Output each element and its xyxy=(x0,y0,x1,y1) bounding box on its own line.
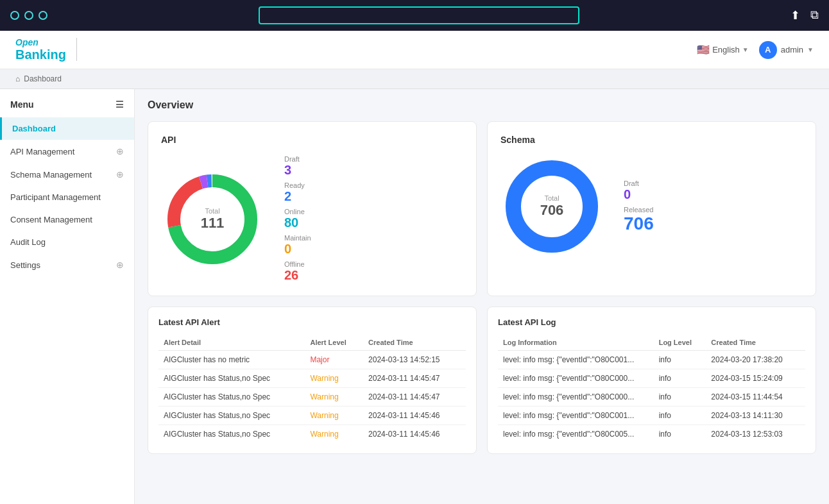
table-row: level: info msg: {"eventId":"O80C005... … xyxy=(498,425,805,444)
sidebar-item-audit-log[interactable]: Audit Log xyxy=(0,231,134,253)
table-row: level: info msg: {"eventId":"O80C001... … xyxy=(498,407,805,425)
sidebar-item-label: Consent Management xyxy=(10,215,92,224)
log-table: Log Information Log Level Created Time l… xyxy=(498,335,805,443)
log-info-cell: level: info msg: {"eventId":"O80C000... xyxy=(498,388,654,407)
sidebar-item-label: Audit Log xyxy=(10,237,46,247)
latest-api-log-title: Latest API Log xyxy=(498,317,805,327)
dot-3 xyxy=(38,11,47,20)
alert-time-cell: 2024-03-11 14:45:47 xyxy=(363,369,466,388)
copy-icon[interactable]: ⧉ xyxy=(810,8,819,22)
schema-donut-label: Total 706 xyxy=(540,194,564,219)
alert-level-cell: Warning xyxy=(305,407,363,425)
schema-donut-chart: Total 706 xyxy=(500,155,603,258)
flag-icon: 🇺🇸 xyxy=(697,44,710,56)
schema-card: Schema Total 706 Draft xyxy=(487,121,816,296)
schema-card-title: Schema xyxy=(500,135,803,145)
stat-draft: Draft 3 xyxy=(284,155,311,178)
logo: Open Banking xyxy=(15,38,87,62)
latest-api-alert-card: Latest API Alert Alert Detail Alert Leve… xyxy=(148,307,477,454)
alert-table-container: Alert Detail Alert Level Created Time AI… xyxy=(158,335,466,443)
alert-level-cell: Warning xyxy=(305,388,363,407)
stat-ready: Ready 2 xyxy=(284,181,311,204)
latest-api-log-card: Latest API Log Log Information Log Level… xyxy=(487,307,816,454)
alert-detail-cell: AIGCluster has Status,no Spec xyxy=(158,425,305,444)
sidebar-item-api-management[interactable]: API Management ⊕ xyxy=(0,140,134,163)
col-log-level: Log Level xyxy=(654,335,706,351)
log-table-container: Log Information Log Level Created Time l… xyxy=(498,335,805,443)
sidebar-header: Menu ☰ xyxy=(0,94,134,117)
page-title: Overview xyxy=(148,99,816,111)
col-alert-detail: Alert Detail xyxy=(158,335,305,351)
stat-online-label: Online xyxy=(284,208,311,215)
alert-table: Alert Detail Alert Level Created Time AI… xyxy=(158,335,466,443)
sidebar-item-dashboard[interactable]: Dashboard xyxy=(0,117,134,140)
api-card-inner: Total 111 Draft 3 Ready 2 xyxy=(161,155,463,283)
sidebar-menu-label: Menu xyxy=(10,99,34,110)
sidebar-item-settings[interactable]: Settings ⊕ xyxy=(0,253,134,276)
log-level-cell: info xyxy=(654,351,706,369)
col-log-time: Created Time xyxy=(706,335,805,351)
api-card: API xyxy=(148,121,477,296)
log-time-cell: 2024-03-20 17:38:20 xyxy=(706,351,805,369)
home-icon: ⌂ xyxy=(15,74,20,83)
table-row: level: info msg: {"eventId":"O80C000... … xyxy=(498,388,805,407)
alert-time-cell: 2024-03-13 14:52:15 xyxy=(363,351,466,369)
language-selector[interactable]: 🇺🇸 English ▼ xyxy=(697,44,749,56)
sidebar-item-participant-management[interactable]: Participant Management xyxy=(0,186,134,208)
logo-text: Open Banking xyxy=(15,38,66,62)
stat-draft-value: 3 xyxy=(284,163,311,178)
sidebar-item-consent-management[interactable]: Consent Management xyxy=(0,208,134,231)
api-card-title: API xyxy=(161,135,463,145)
log-level-cell: info xyxy=(654,425,706,444)
window-controls xyxy=(10,11,47,20)
top-cards-row: API xyxy=(148,121,816,296)
alert-level-cell: Warning xyxy=(305,369,363,388)
schema-stat-draft-label: Draft xyxy=(624,180,654,187)
header-right: 🇺🇸 English ▼ A admin ▼ xyxy=(697,41,814,59)
latest-api-alert-title: Latest API Alert xyxy=(158,317,466,327)
alert-detail-cell: AIGCluster has Status,no Spec xyxy=(158,407,305,425)
log-time-cell: 2024-03-15 15:24:09 xyxy=(706,369,805,388)
table-row: level: info msg: {"eventId":"O80C001... … xyxy=(498,351,805,369)
schema-stat-released-label: Released xyxy=(624,206,654,214)
sidebar-expand-icon: ⊕ xyxy=(116,169,124,180)
table-row: AIGCluster has Status,no Spec Warning 20… xyxy=(158,369,466,388)
titlebar-search[interactable] xyxy=(259,6,579,24)
user-avatar: A xyxy=(759,41,777,59)
alert-time-cell: 2024-03-11 14:45:47 xyxy=(363,388,466,407)
api-donut-label: Total 111 xyxy=(201,207,225,231)
log-level-cell: info xyxy=(654,388,706,407)
schema-stats: Draft 0 Released 706 xyxy=(624,180,654,234)
stat-online-value: 80 xyxy=(284,215,311,230)
dot-2 xyxy=(24,11,33,20)
upload-icon[interactable]: ⬆ xyxy=(791,8,800,22)
alert-detail-cell: AIGCluster has Status,no Spec xyxy=(158,388,305,407)
log-info-cell: level: info msg: {"eventId":"O80C001... xyxy=(498,407,654,425)
breadcrumb: ⌂ Dashboard xyxy=(0,69,829,89)
api-stats: Draft 3 Ready 2 Online 80 Maintain xyxy=(284,155,311,283)
sidebar-item-label: Settings xyxy=(10,260,40,270)
schema-stat-released-value: 706 xyxy=(624,214,654,234)
table-row: level: info msg: {"eventId":"O80C000... … xyxy=(498,369,805,388)
breadcrumb-label: Dashboard xyxy=(24,74,62,83)
alerts-logs-row: Latest API Alert Alert Detail Alert Leve… xyxy=(148,307,816,454)
sidebar-toggle-icon[interactable]: ☰ xyxy=(115,99,124,110)
stat-maintain-value: 0 xyxy=(284,242,311,256)
stat-offline-label: Offline xyxy=(284,260,311,268)
col-alert-time: Created Time xyxy=(363,335,466,351)
sidebar-item-label: Dashboard xyxy=(12,124,56,133)
schema-stat-released: Released 706 xyxy=(624,206,654,234)
user-selector[interactable]: A admin ▼ xyxy=(759,41,814,59)
main-content: Overview API xyxy=(135,89,829,504)
dot-1 xyxy=(10,11,19,20)
table-row: AIGCluster has Status,no Spec Warning 20… xyxy=(158,407,466,425)
api-total-value: 111 xyxy=(201,215,225,231)
schema-stat-draft-value: 0 xyxy=(624,187,654,202)
alert-level-cell: Major xyxy=(305,351,363,369)
titlebar-action-icons: ⬆ ⧉ xyxy=(791,8,819,22)
sidebar-item-schema-management[interactable]: Schema Management ⊕ xyxy=(0,163,134,186)
sidebar-expand-icon: ⊕ xyxy=(116,260,124,270)
sidebar-expand-icon: ⊕ xyxy=(116,146,124,156)
table-row: AIGCluster has Status,no Spec Warning 20… xyxy=(158,425,466,444)
schema-total-label: Total xyxy=(540,194,564,202)
